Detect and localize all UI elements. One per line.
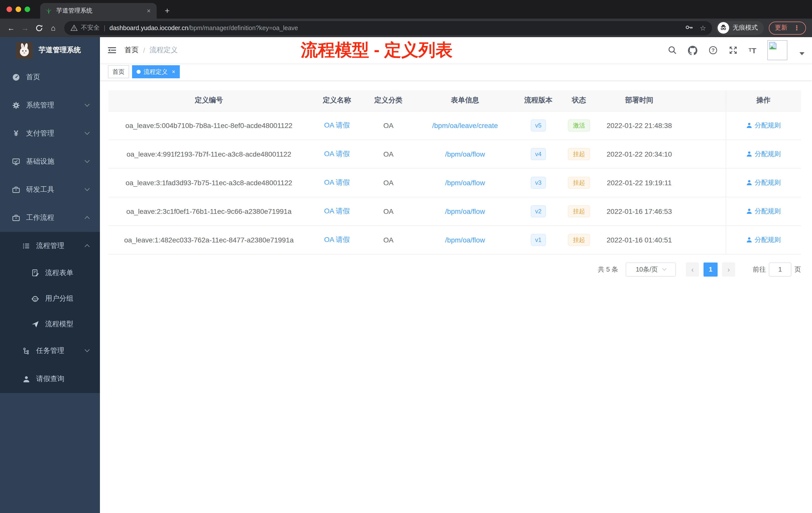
forward-button[interactable]: → <box>18 21 32 35</box>
definition-name-link[interactable]: OA 请假 <box>324 178 350 186</box>
assign-rule-link[interactable]: 分配规则 <box>746 178 781 187</box>
github-icon[interactable] <box>688 46 697 55</box>
help-icon[interactable]: ? <box>708 46 717 55</box>
prev-page-button[interactable]: ‹ <box>686 262 699 276</box>
sidebar-menu: 首页 <box>0 63 100 513</box>
definition-name-link[interactable]: OA 请假 <box>324 121 350 129</box>
sidebar-item-process-model[interactable]: 流程模型 <box>0 311 100 337</box>
deploy-time: 2022-01-16 01:40:51 <box>599 225 679 254</box>
form-info-link[interactable]: /bpm/oa/flow <box>445 207 485 215</box>
window-controls <box>6 6 30 12</box>
list-icon <box>20 242 32 250</box>
tag-close-icon[interactable]: × <box>172 68 175 75</box>
col-definition-category: 定义分类 <box>365 90 412 111</box>
user-avatar[interactable] <box>767 40 787 60</box>
gear-icon <box>10 101 22 110</box>
font-size-icon[interactable]: TT <box>749 47 756 54</box>
definition-name-link[interactable]: OA 请假 <box>324 207 350 215</box>
page-size-select[interactable]: 10条/页 <box>626 262 676 276</box>
close-window-button[interactable] <box>6 6 12 12</box>
paper-plane-icon <box>29 320 41 328</box>
fullscreen-icon[interactable] <box>728 46 737 55</box>
assign-rule-link[interactable]: 分配规则 <box>746 121 781 130</box>
assign-rule-link[interactable]: 分配规则 <box>746 149 781 158</box>
version-badge: v1 <box>530 234 546 246</box>
table-header-row: 定义编号 定义名称 定义分类 表单信息 流程版本 状态 部署时间 操作 <box>109 90 801 111</box>
assign-rule-link[interactable]: 分配规则 <box>746 207 781 216</box>
form-info-link[interactable]: /bpm/oa/flow <box>445 236 485 244</box>
not-secure-warning-icon[interactable] <box>70 24 78 32</box>
form-info-link[interactable]: /bpm/oa/flow <box>445 178 485 186</box>
assign-rule-link[interactable]: 分配规则 <box>746 235 781 244</box>
definition-category: OA <box>365 111 412 140</box>
page-number-1[interactable]: 1 <box>703 262 718 276</box>
definition-name-link[interactable]: OA 请假 <box>324 149 350 157</box>
page-jump-input[interactable] <box>769 262 791 276</box>
reload-button[interactable] <box>32 21 46 35</box>
not-secure-label: 不安全 <box>81 24 100 32</box>
chevron-down-icon <box>662 267 667 271</box>
browser-toolbar: ← → ⌂ 不安全 | dashboard.yudao.iocoder.cn /… <box>0 19 812 37</box>
status-badge: 挂起 <box>568 205 590 217</box>
sidebar-item-payment-management[interactable]: ¥ 支付管理 <box>0 119 100 148</box>
tag-process-definition[interactable]: 流程定义 × <box>132 65 180 78</box>
sidebar-item-dev-tools[interactable]: 研发工具 <box>0 176 100 204</box>
sidebar-item-infrastructure[interactable]: 基础设施 <box>0 148 100 176</box>
table-row: oa_leave:4:991f2193-7b7f-11ec-a3c8-acde4… <box>109 140 801 168</box>
definition-id: oa_leave:4:991f2193-7b7f-11ec-a3c8-acde4… <box>109 140 309 168</box>
robot-face-icon <box>29 294 41 302</box>
form-info-link[interactable]: /bpm/oa/flow <box>445 150 485 158</box>
definition-category: OA <box>365 168 412 197</box>
search-icon[interactable] <box>668 46 677 55</box>
breadcrumb-home[interactable]: 首页 <box>124 46 139 55</box>
app-logo-avatar <box>16 42 33 58</box>
home-button[interactable]: ⌂ <box>46 21 60 35</box>
new-tab-button[interactable]: + <box>161 4 174 18</box>
form-info-link[interactable]: /bpm/oa/leave/create <box>432 121 498 129</box>
browser-update-button[interactable]: 更新 ⋮ <box>769 21 806 34</box>
user-icon <box>746 237 752 243</box>
monitor-icon <box>10 158 22 165</box>
tab-title: 芋道管理系统 <box>56 6 146 15</box>
sidebar-item-process-management[interactable]: 流程管理 <box>0 232 100 260</box>
pagination-total: 共 5 条 <box>598 265 618 274</box>
toolbox-icon <box>10 186 22 194</box>
tags-view-bar: 首页 流程定义 × <box>100 63 812 80</box>
key-icon[interactable] <box>685 23 694 33</box>
url-bar[interactable]: 不安全 | dashboard.yudao.iocoder.cn /bpm/ma… <box>64 21 712 35</box>
definition-id: oa_leave:1:482ec033-762a-11ec-8477-a2380… <box>109 225 309 254</box>
pagination: 共 5 条 10条/页 ‹ 1 › 前往 页 <box>109 262 801 276</box>
avatar-dropdown-caret-icon[interactable] <box>800 52 805 55</box>
tab-close-icon[interactable]: × <box>146 7 152 14</box>
sidebar-item-user-group[interactable]: 用户分组 <box>0 285 100 311</box>
sidebar-item-task-management[interactable]: 任务管理 <box>0 337 100 365</box>
chevron-down-icon <box>85 347 90 352</box>
version-badge: v5 <box>530 119 546 131</box>
status-badge: 挂起 <box>568 148 590 160</box>
version-badge: v4 <box>530 148 546 160</box>
deploy-time: 2022-01-16 17:46:53 <box>599 197 679 225</box>
sidebar-item-leave-query[interactable]: 请假查询 <box>0 365 100 393</box>
tag-home[interactable]: 首页 <box>108 65 129 78</box>
bookmark-star-icon[interactable]: ☆ <box>700 24 706 32</box>
col-filler <box>679 90 726 111</box>
breadcrumb: 首页 / 流程定义 <box>124 46 178 55</box>
reload-icon <box>35 24 43 32</box>
browser-menu-icon[interactable]: ⋮ <box>793 24 800 32</box>
sidebar-item-workflow[interactable]: 工作流程 <box>0 204 100 232</box>
status-badge: 挂起 <box>568 234 590 246</box>
col-form-info: 表单信息 <box>412 90 518 111</box>
sidebar-item-process-form[interactable]: 流程表单 <box>0 260 100 285</box>
minimize-window-button[interactable] <box>16 6 21 12</box>
back-button[interactable]: ← <box>4 21 18 35</box>
sidebar-toggle-button[interactable] <box>108 46 116 55</box>
definition-name-link[interactable]: OA 请假 <box>324 235 350 243</box>
browser-tab[interactable]: 芋道管理系统 × <box>40 3 157 19</box>
sidebar-item-home[interactable]: 首页 <box>0 63 100 91</box>
next-page-button[interactable]: › <box>722 262 735 276</box>
yuan-icon: ¥ <box>10 129 22 138</box>
sidebar-item-system-management[interactable]: 系统管理 <box>0 91 100 119</box>
app-logo[interactable]: 芋道管理系统 <box>0 37 100 63</box>
zoom-window-button[interactable] <box>25 6 30 12</box>
form-icon <box>29 269 41 277</box>
